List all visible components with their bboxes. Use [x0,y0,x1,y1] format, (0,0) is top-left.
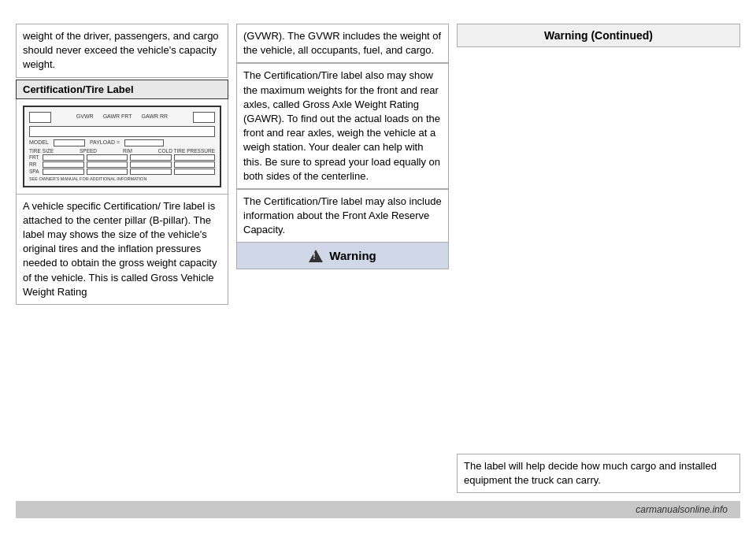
right-spacer [457,47,740,454]
cert-card-top: GVWR GAWR FRT GAWR RR [29,112,215,123]
middle-text2: The Certification/Tire label also may sh… [243,69,440,181]
rim-label: RIM [123,148,132,154]
page-wrapper: weight of the driver, passengers, and ca… [0,0,756,534]
middle-block1: (GVWR). The GVWR includes the weight of … [236,24,449,63]
cert-box-2 [193,112,215,123]
spa-box4 [174,169,216,175]
cert-label-heading: Certification/Tire Label [16,80,228,99]
cert-image-block: GVWR GAWR FRT GAWR RR MODEL PAYLOAD = [16,99,228,195]
spa-box2 [87,169,128,175]
intro-text-block: weight of the driver, passengers, and ca… [16,24,228,78]
watermark-text: carmanualsonline.info [636,504,728,515]
frt-label: FRT [29,154,40,160]
model-label: MODEL [29,139,49,146]
warning-triangle-icon [309,250,323,262]
warning-banner-text: Warning [329,249,376,262]
payload-box [124,139,164,146]
spa-label: SPA [29,169,40,174]
right-bottom-text-block: The label will help decide how much carg… [457,454,740,493]
cold-tire-label: COLD TIRE PRESSURE [158,148,215,154]
cert-row-rr: RR [29,161,215,168]
cert-box-1 [29,112,51,123]
middle-text3: The Certification/Tire label may also in… [243,195,442,235]
intro-text: weight of the driver, passengers, and ca… [23,30,219,70]
frt-box2 [87,154,128,161]
frt-box1 [43,154,84,161]
frt-box4 [174,154,216,161]
cert-card: GVWR GAWR FRT GAWR RR MODEL PAYLOAD = [23,106,221,187]
spa-box3 [130,169,172,175]
rr-box2 [87,161,128,168]
col-left: weight of the driver, passengers, and ca… [16,24,228,493]
tire-size-label: TIRE SIZE [29,148,54,154]
gvwr-label: GVWR [76,113,94,119]
rr-box3 [130,161,172,168]
warning-banner: Warning [236,243,449,269]
columns: weight of the driver, passengers, and ca… [16,24,740,493]
bottom-bar: carmanualsonline.info [16,501,740,518]
rr-box4 [174,161,216,168]
warning-continued-block: Warning (Continued) [457,24,740,47]
right-bottom-text: The label will help decide how much carg… [464,460,717,486]
cert-row-frt: FRT [29,154,215,161]
cert-mid-row [29,126,215,137]
spa-box1 [43,169,84,175]
cert-bottom-rows: FRT RR [29,154,215,175]
gawr-rr-label: GAWR RR [142,113,169,119]
rr-label: RR [29,161,40,167]
middle-text1: (GVWR). The GVWR includes the weight of … [243,30,441,56]
gawr-frt-label: GAWR FRT [103,113,132,119]
model-box [54,139,85,146]
payload-label: PAYLOAD = [90,139,120,146]
middle-block3: The Certification/Tire label may also in… [236,189,449,243]
col-middle: (GVWR). The GVWR includes the weight of … [236,24,449,493]
rr-box1 [43,161,84,168]
middle-block2: The Certification/Tire label also may sh… [236,63,449,189]
cert-label-row: GVWR GAWR FRT GAWR RR [76,113,168,119]
cert-model-row: MODEL PAYLOAD = [29,139,215,146]
warning-continued-text: Warning (Continued) [544,29,653,42]
cert-see-text: SEE OWNER'S MANUAL FOR ADDITIONAL INFORM… [29,176,215,181]
cert-header-labels: TIRE SIZE SPEED RIM COLD TIRE PRESSURE [29,148,215,154]
cert-description-block: A vehicle specific Certification/ Tire l… [16,195,228,305]
col-right: Warning (Continued) The label will help … [457,24,740,493]
speed-label: SPEED [80,148,97,154]
cert-row-spa: SPA [29,169,215,175]
cert-description-text: A vehicle specific Certification/ Tire l… [23,200,217,298]
frt-box3 [130,154,172,161]
